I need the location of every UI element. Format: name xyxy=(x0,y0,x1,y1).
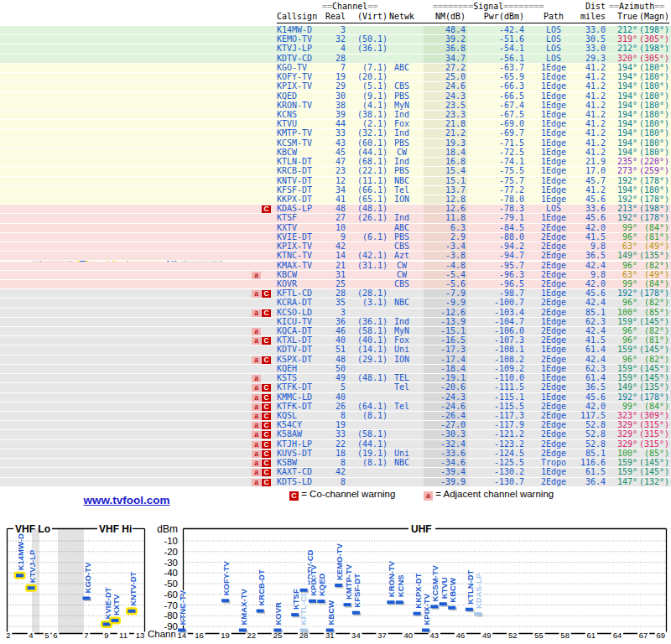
channel-tick-label: 16 xyxy=(195,631,204,640)
channel-tick-label: 49 xyxy=(482,631,492,640)
table-row[interactable]: aCKUVS-DT18(19.1)Uni-33.6-124.52Edge85.1… xyxy=(0,449,671,459)
signal-bar xyxy=(440,602,447,605)
adjacent-warning-icon: a xyxy=(252,272,261,279)
cell-magn: (180°) xyxy=(639,64,669,73)
cell-path: 1Edge xyxy=(533,158,574,167)
table-row[interactable]: KRCB-DT23(22.1)PBS15.4-75.51Edge17.0273°… xyxy=(0,167,671,176)
bar-callsign-label: KTVJ-LP xyxy=(28,549,37,583)
cell-pwrdbm: -78.0 xyxy=(474,195,524,205)
table-row[interactable]: KPIX-TV29(5.1)CBS24.6-66.31Edge41.2194°(… xyxy=(0,82,671,91)
table-row[interactable]: KDTV-DT51(14.1)Uni-17.3-108.11Edge61.415… xyxy=(0,345,671,355)
cell-pwrdbm: -109.2 xyxy=(474,365,524,374)
cell-true: 235° xyxy=(607,158,637,167)
cell-nmdb: -26.4 xyxy=(415,412,466,421)
cell-true: 96° xyxy=(607,233,637,242)
cell-path: 1Edge xyxy=(533,393,574,402)
cell-true: 273° xyxy=(607,167,637,176)
cell-pwrdbm: -124.5 xyxy=(474,449,524,459)
cell-true: 159° xyxy=(607,459,637,468)
signal-bar xyxy=(474,612,481,615)
table-row[interactable]: aCKTFK-DT26(64.1)Tel-24.6-115.52Edge42.0… xyxy=(0,402,671,412)
cell-virt: (64.1) xyxy=(347,402,388,412)
cell-pwrdbm: -117.3 xyxy=(474,412,524,421)
co-channel-warning-icon: C xyxy=(262,384,271,392)
table-row[interactable]: KTVJ-LP4(36.1)36.8-54.1LOS33.0212°(198°) xyxy=(0,44,671,54)
cell-path: 1Edge xyxy=(533,186,574,195)
signal-bar xyxy=(300,589,308,592)
cell-real: 47 xyxy=(312,158,346,167)
table-row[interactable]: KEMO-TV32(50.1)39.2-51.6LOS30.5319°(305°… xyxy=(0,35,671,44)
cell-magn: (259°) xyxy=(639,167,669,176)
cell-true: 96° xyxy=(607,336,637,345)
cell-virt: (8.1) xyxy=(347,459,388,468)
cell-virt: (68.1) xyxy=(347,158,388,167)
cell-path: 2Edge xyxy=(533,327,574,336)
cell-pwrdbm: -115.5 xyxy=(474,402,524,412)
channel-tick-label: 52 xyxy=(508,631,518,640)
adjacent-warning-icon: a xyxy=(252,290,261,298)
cell-pwrdbm: -66.3 xyxy=(474,82,524,91)
signal-bar xyxy=(300,629,308,632)
table-row[interactable]: aKSTS49(48.1)TEL-19.1-110.01Edge61.4159°… xyxy=(0,374,671,383)
cell-magn: (178°) xyxy=(639,177,669,186)
co-channel-warning-icon: C xyxy=(262,309,271,317)
cell-magn: (180°) xyxy=(639,73,669,82)
cell-pwrdbm: -75.5 xyxy=(474,167,524,176)
cell-pwrdbm: -51.6 xyxy=(474,35,524,44)
cell-nmdb: -15.1 xyxy=(415,327,466,336)
adjacent-warning-icon: a xyxy=(252,384,261,392)
table-row[interactable]: aCKTFK-DT5Tel-20.6-111.52Edge36.5149°(13… xyxy=(0,383,671,392)
table-row[interactable]: KXTV10ABC6.3-84.52Edge42.099°(84°) xyxy=(0,224,671,233)
cell-pwrdbm: -110.0 xyxy=(474,374,524,383)
cell-distmiles: 52.8 xyxy=(577,440,606,449)
channel-tick-label: 6 xyxy=(53,631,57,640)
cell-path: 1Edge xyxy=(533,318,574,327)
cell-true: 159° xyxy=(607,318,637,327)
signal-bar xyxy=(178,629,185,632)
cell-pwrdbm: -69.0 xyxy=(474,120,524,129)
co-channel-warning-icon: C xyxy=(262,356,271,364)
table-row[interactable]: KMTP-TV33(32.1)Ind21.2-69.71Edge41.2194°… xyxy=(0,129,671,138)
cell-nmdb: -4.8 xyxy=(415,262,466,271)
cell-virt: (66.1) xyxy=(347,186,388,195)
adjacent-warning-icon: a xyxy=(252,413,261,420)
cell-virt: (8.1) xyxy=(347,412,388,421)
cell-real: 42 xyxy=(312,242,346,252)
cell-virt: (32.1) xyxy=(347,129,388,138)
bar-callsign-label: KKPX-DT xyxy=(414,573,423,608)
bar-callsign-label: KTLN-DT xyxy=(466,569,475,604)
cell-distmiles: 42.4 xyxy=(577,262,606,271)
cell-true: 212° xyxy=(607,26,637,35)
co-channel-warning-icon: C xyxy=(262,394,271,402)
cell-nmdb: -3.4 xyxy=(415,242,466,252)
cell-real: 45 xyxy=(312,148,346,158)
table-row[interactable]: aCK58AW33(58.1)-30.3-121.22Edge52.8329°(… xyxy=(0,430,671,439)
cell-path: 1Edge xyxy=(533,111,574,120)
cell-pwrdbm: -94.7 xyxy=(474,252,524,261)
cell-real: 48 xyxy=(312,205,346,214)
cell-pwrdbm: -111.5 xyxy=(474,383,524,392)
table-row[interactable]: KTSF27(26.1)Ind11.8-79.11Edge45.6192°(17… xyxy=(0,214,671,223)
cell-real: 30 xyxy=(312,92,346,101)
cell-path: 2Edge xyxy=(533,412,574,421)
cell-real: 40 xyxy=(312,393,346,402)
table-row[interactable]: KCRA-DT35(3.1)NBC-9.9-100.72Edge42.496°(… xyxy=(0,299,671,308)
table-row[interactable]: KDTV-CD2834.7-56.1LOS29.3320°(305°) xyxy=(0,55,671,64)
bar-callsign-label: KTNC-TV xyxy=(178,589,187,625)
cell-distmiles: 41.2 xyxy=(577,101,606,111)
cell-magn: (180°) xyxy=(639,120,669,129)
signal-bar xyxy=(28,586,35,589)
table-row[interactable]: aCKAXT-CD42-39.4-130.21Edge61.5159°(145°… xyxy=(0,468,671,477)
signal-bar xyxy=(103,622,111,626)
adjacent-warning-icon: a xyxy=(252,479,261,486)
channel-tick-label: 64 xyxy=(613,631,622,640)
cell-real: 32 xyxy=(312,35,346,44)
cell-distmiles: 61.4 xyxy=(577,374,606,383)
cell-pwrdbm: -106.0 xyxy=(474,327,524,336)
bar-callsign-label: KBCW xyxy=(448,578,457,603)
cell-magn: (81°) xyxy=(639,336,669,345)
cell-true: 194° xyxy=(607,111,637,120)
cell-nmdb: -32.4 xyxy=(415,440,466,449)
table-row[interactable]: KTNC-TV14(42.1)Azt-3.8-94.72Edge36.5149°… xyxy=(0,252,671,261)
table-row[interactable]: aCKDTS-LD8-39.9-130.72Edge36.4147°(132°) xyxy=(0,478,671,487)
